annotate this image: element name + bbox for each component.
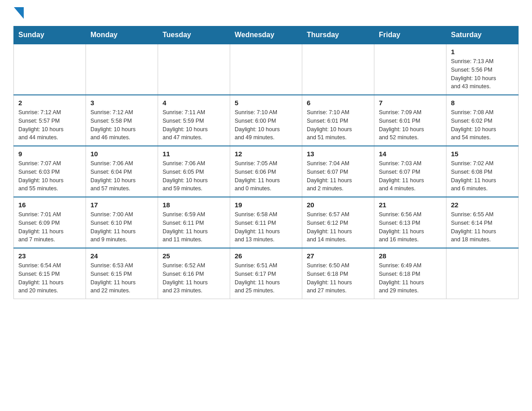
calendar-cell [158,44,230,95]
logo-arrow-icon [14,7,24,19]
day-info: Sunrise: 6:55 AM Sunset: 6:14 PM Dayligh… [451,210,514,244]
calendar-week-2: 2Sunrise: 7:12 AM Sunset: 5:57 PM Daylig… [14,95,519,146]
day-number: 21 [379,201,442,209]
day-info: Sunrise: 6:51 AM Sunset: 6:17 PM Dayligh… [235,261,297,295]
calendar-header-saturday: Saturday [446,26,519,44]
calendar-week-3: 9Sunrise: 7:07 AM Sunset: 6:03 PM Daylig… [14,146,519,197]
day-number: 3 [90,99,153,107]
day-number: 19 [235,201,297,209]
day-number: 26 [235,252,297,260]
day-info: Sunrise: 7:04 AM Sunset: 6:07 PM Dayligh… [307,159,369,193]
calendar-table: SundayMondayTuesdayWednesdayThursdayFrid… [13,26,519,299]
calendar-cell: 25Sunrise: 6:52 AM Sunset: 6:16 PM Dayli… [158,248,230,299]
day-number: 20 [307,201,369,209]
day-info: Sunrise: 6:56 AM Sunset: 6:13 PM Dayligh… [379,210,442,244]
day-number: 22 [451,201,514,209]
calendar-cell: 13Sunrise: 7:04 AM Sunset: 6:07 PM Dayli… [302,146,374,197]
day-info: Sunrise: 7:11 AM Sunset: 5:59 PM Dayligh… [163,108,225,142]
calendar-cell: 1Sunrise: 7:13 AM Sunset: 5:56 PM Daylig… [446,44,519,95]
calendar-cell: 7Sunrise: 7:09 AM Sunset: 6:01 PM Daylig… [374,95,446,146]
day-number: 4 [163,99,225,107]
calendar-cell: 14Sunrise: 7:03 AM Sunset: 6:07 PM Dayli… [374,146,446,197]
calendar-cell: 10Sunrise: 7:06 AM Sunset: 6:04 PM Dayli… [86,146,158,197]
calendar-week-1: 1Sunrise: 7:13 AM Sunset: 5:56 PM Daylig… [14,44,519,95]
day-info: Sunrise: 7:05 AM Sunset: 6:06 PM Dayligh… [235,159,297,193]
day-info: Sunrise: 7:06 AM Sunset: 6:04 PM Dayligh… [90,159,153,193]
calendar-week-4: 16Sunrise: 7:01 AM Sunset: 6:09 PM Dayli… [14,197,519,248]
calendar-cell: 11Sunrise: 7:06 AM Sunset: 6:05 PM Dayli… [158,146,230,197]
calendar-cell: 27Sunrise: 6:50 AM Sunset: 6:18 PM Dayli… [302,248,374,299]
day-info: Sunrise: 7:09 AM Sunset: 6:01 PM Dayligh… [379,108,442,142]
day-number: 16 [18,201,81,209]
calendar-header-wednesday: Wednesday [230,26,302,44]
day-info: Sunrise: 7:10 AM Sunset: 6:00 PM Dayligh… [235,108,297,142]
day-number: 10 [90,150,153,158]
day-number: 14 [379,150,442,158]
calendar-week-5: 23Sunrise: 6:54 AM Sunset: 6:15 PM Dayli… [14,248,519,299]
day-number: 27 [307,252,369,260]
day-info: Sunrise: 6:52 AM Sunset: 6:16 PM Dayligh… [163,261,225,295]
day-info: Sunrise: 7:12 AM Sunset: 5:57 PM Dayligh… [18,108,81,142]
calendar-header-friday: Friday [374,26,446,44]
calendar-cell: 18Sunrise: 6:59 AM Sunset: 6:11 PM Dayli… [158,197,230,248]
calendar-cell: 8Sunrise: 7:08 AM Sunset: 6:02 PM Daylig… [446,95,519,146]
calendar-cell [374,44,446,95]
calendar-cell: 24Sunrise: 6:53 AM Sunset: 6:15 PM Dayli… [86,248,158,299]
day-info: Sunrise: 6:50 AM Sunset: 6:18 PM Dayligh… [307,261,369,295]
page-header [13,9,519,19]
day-info: Sunrise: 6:57 AM Sunset: 6:12 PM Dayligh… [307,210,369,244]
calendar-cell: 12Sunrise: 7:05 AM Sunset: 6:06 PM Dayli… [230,146,302,197]
calendar-cell: 17Sunrise: 7:00 AM Sunset: 6:10 PM Dayli… [86,197,158,248]
svg-marker-0 [14,7,24,19]
day-number: 24 [90,252,153,260]
calendar-header-thursday: Thursday [302,26,374,44]
calendar-cell: 4Sunrise: 7:11 AM Sunset: 5:59 PM Daylig… [158,95,230,146]
day-info: Sunrise: 6:58 AM Sunset: 6:11 PM Dayligh… [235,210,297,244]
calendar-cell: 5Sunrise: 7:10 AM Sunset: 6:00 PM Daylig… [230,95,302,146]
calendar-cell [230,44,302,95]
calendar-cell: 19Sunrise: 6:58 AM Sunset: 6:11 PM Dayli… [230,197,302,248]
calendar-cell: 26Sunrise: 6:51 AM Sunset: 6:17 PM Dayli… [230,248,302,299]
day-info: Sunrise: 7:03 AM Sunset: 6:07 PM Dayligh… [379,159,442,193]
day-info: Sunrise: 7:00 AM Sunset: 6:10 PM Dayligh… [90,210,153,244]
day-number: 17 [90,201,153,209]
logo [13,9,24,19]
calendar-header-tuesday: Tuesday [158,26,230,44]
day-number: 23 [18,252,81,260]
calendar-cell: 23Sunrise: 6:54 AM Sunset: 6:15 PM Dayli… [14,248,86,299]
calendar-header-sunday: Sunday [14,26,86,44]
day-info: Sunrise: 7:06 AM Sunset: 6:05 PM Dayligh… [163,159,225,193]
calendar-header-row: SundayMondayTuesdayWednesdayThursdayFrid… [14,26,519,44]
calendar-cell: 2Sunrise: 7:12 AM Sunset: 5:57 PM Daylig… [14,95,86,146]
day-info: Sunrise: 6:59 AM Sunset: 6:11 PM Dayligh… [163,210,225,244]
day-number: 12 [235,150,297,158]
day-number: 13 [307,150,369,158]
calendar-cell: 22Sunrise: 6:55 AM Sunset: 6:14 PM Dayli… [446,197,519,248]
day-info: Sunrise: 7:13 AM Sunset: 5:56 PM Dayligh… [451,57,514,91]
calendar-cell [302,44,374,95]
day-number: 25 [163,252,225,260]
day-number: 18 [163,201,225,209]
calendar-cell: 15Sunrise: 7:02 AM Sunset: 6:08 PM Dayli… [446,146,519,197]
day-number: 5 [235,99,297,107]
day-info: Sunrise: 7:10 AM Sunset: 6:01 PM Dayligh… [307,108,369,142]
day-number: 7 [379,99,442,107]
calendar-cell [446,248,519,299]
day-number: 9 [18,150,81,158]
calendar-header-monday: Monday [86,26,158,44]
day-info: Sunrise: 7:12 AM Sunset: 5:58 PM Dayligh… [90,108,153,142]
day-info: Sunrise: 7:08 AM Sunset: 6:02 PM Dayligh… [451,108,514,142]
calendar-cell [86,44,158,95]
day-info: Sunrise: 7:02 AM Sunset: 6:08 PM Dayligh… [451,159,514,193]
day-info: Sunrise: 7:07 AM Sunset: 6:03 PM Dayligh… [18,159,81,193]
day-info: Sunrise: 6:49 AM Sunset: 6:18 PM Dayligh… [379,261,442,295]
day-info: Sunrise: 7:01 AM Sunset: 6:09 PM Dayligh… [18,210,81,244]
calendar-cell: 20Sunrise: 6:57 AM Sunset: 6:12 PM Dayli… [302,197,374,248]
calendar-cell: 6Sunrise: 7:10 AM Sunset: 6:01 PM Daylig… [302,95,374,146]
day-number: 11 [163,150,225,158]
calendar-cell: 21Sunrise: 6:56 AM Sunset: 6:13 PM Dayli… [374,197,446,248]
calendar-cell: 28Sunrise: 6:49 AM Sunset: 6:18 PM Dayli… [374,248,446,299]
calendar-cell [14,44,86,95]
calendar-cell: 3Sunrise: 7:12 AM Sunset: 5:58 PM Daylig… [86,95,158,146]
day-number: 2 [18,99,81,107]
